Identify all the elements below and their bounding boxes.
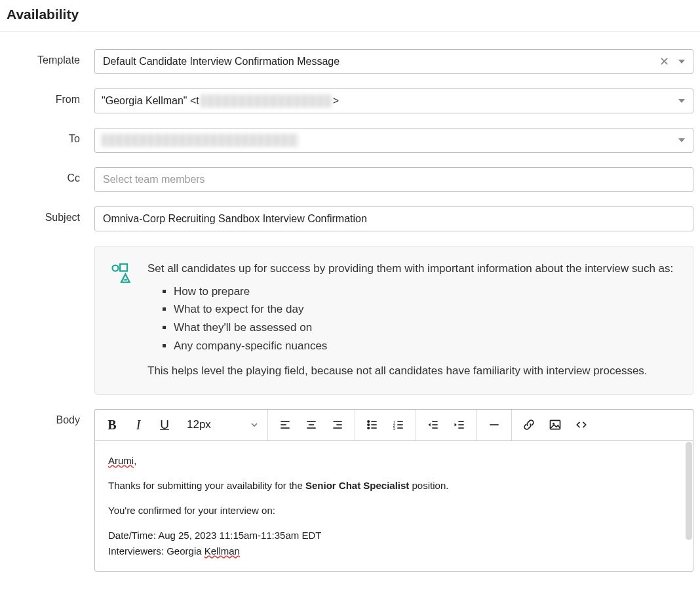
redacted-text xyxy=(201,94,332,108)
page-title: Availability xyxy=(0,0,700,32)
chevron-down-icon xyxy=(674,50,689,73)
body-line4a: Interviewers: Georgia xyxy=(108,545,204,557)
template-select[interactable]: Default Candidate Interview Confirmation… xyxy=(94,49,693,74)
italic-button[interactable]: I xyxy=(125,412,151,438)
bold-button[interactable]: B xyxy=(99,412,125,438)
body-greeting-name: Arumi xyxy=(108,455,134,466)
indent-button[interactable] xyxy=(446,412,473,438)
subject-input[interactable] xyxy=(94,206,693,231)
from-suffix: > xyxy=(333,95,339,107)
svg-point-14 xyxy=(368,427,370,429)
cc-label: Cc xyxy=(0,167,94,184)
underline-button[interactable]: U xyxy=(151,412,178,438)
info-outro: This helps level the playing field, beca… xyxy=(147,363,677,380)
to-label: To xyxy=(0,128,94,145)
svg-point-12 xyxy=(368,421,370,423)
link-button[interactable] xyxy=(516,412,542,438)
info-bullet: What they'll be assessed on xyxy=(174,320,677,336)
outdent-button[interactable] xyxy=(420,412,446,438)
from-label: From xyxy=(0,88,94,106)
chevron-down-icon xyxy=(250,421,258,429)
body-line2: You're confirmed for your interview on: xyxy=(108,503,680,519)
from-prefix: "Georgia Kellman" <t xyxy=(102,95,199,107)
info-bullet: How to prepare xyxy=(174,284,677,300)
template-select-value: Default Candidate Interview Confirmation… xyxy=(103,56,340,67)
body-line1a: Thanks for submitting your availability … xyxy=(108,480,305,491)
image-button[interactable] xyxy=(542,412,568,438)
body-line1c: position. xyxy=(409,480,448,491)
horizontal-rule-button[interactable] xyxy=(481,412,507,438)
info-intro: Set all candidates up for success by pro… xyxy=(147,261,677,277)
body-line4b: Kellman xyxy=(204,545,240,557)
font-size-value: 12px xyxy=(187,418,211,431)
align-right-button[interactable] xyxy=(324,412,351,438)
to-select[interactable] xyxy=(94,128,693,153)
body-line3: Date/Time: Aug 25, 2023 11:15am-11:35am … xyxy=(108,528,680,543)
editor-scrollbar[interactable] xyxy=(686,442,692,540)
info-bullet: What to expect for the day xyxy=(174,302,677,318)
svg-text:3: 3 xyxy=(393,427,395,431)
body-label: Body xyxy=(0,409,94,426)
info-bullet-list: How to prepare What to expect for the da… xyxy=(174,284,677,355)
align-left-button[interactable] xyxy=(272,412,298,438)
body-editor[interactable]: Arumi, Thanks for submitting your availa… xyxy=(94,441,693,572)
unordered-list-button[interactable] xyxy=(359,412,385,438)
redacted-text xyxy=(102,134,298,147)
body-greeting-suffix: , xyxy=(134,455,136,466)
svg-point-13 xyxy=(368,424,370,426)
template-label: Template xyxy=(0,49,94,66)
body-position-name: Senior Chat Specialist xyxy=(305,480,409,491)
body-line5: Let us know if you have any other questi… xyxy=(108,568,680,572)
editor-toolbar: B I U 12px 123 xyxy=(94,409,693,441)
cc-input[interactable] xyxy=(94,167,693,192)
from-select[interactable]: "Georgia Kellman" <t > xyxy=(94,88,693,113)
info-bullet: Any company-specific nuances xyxy=(174,338,677,355)
svg-rect-1 xyxy=(120,264,127,271)
shapes-icon xyxy=(109,262,133,286)
code-button[interactable] xyxy=(568,412,594,438)
subject-label: Subject xyxy=(0,206,94,224)
info-card: Set all candidates up for success by pro… xyxy=(94,246,693,395)
ordered-list-button[interactable]: 123 xyxy=(385,412,412,438)
chevron-down-icon xyxy=(674,89,689,113)
svg-point-0 xyxy=(113,265,119,271)
chevron-down-icon xyxy=(674,128,689,152)
template-clear-icon[interactable]: ✕ xyxy=(656,50,672,73)
availability-form: Template Default Candidate Interview Con… xyxy=(0,32,700,572)
font-size-select[interactable]: 12px xyxy=(178,418,263,431)
align-center-button[interactable] xyxy=(298,412,324,438)
